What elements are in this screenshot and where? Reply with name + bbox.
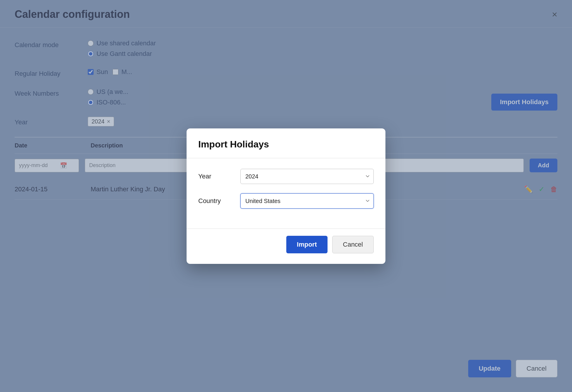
import-holidays-modal: Import Holidays Year 2022 2023 2024 2025… xyxy=(187,128,385,264)
modal-country-row: Country United States Canada United King… xyxy=(198,193,374,209)
modal-cancel-button[interactable]: Cancel xyxy=(332,236,374,253)
modal-country-select[interactable]: United States Canada United Kingdom Germ… xyxy=(240,193,374,209)
modal-import-button[interactable]: Import xyxy=(286,236,327,253)
modal-overlay: Import Holidays Year 2022 2023 2024 2025… xyxy=(0,0,572,392)
modal-header: Import Holidays xyxy=(187,128,385,158)
modal-country-label: Country xyxy=(198,197,233,205)
modal-body: Year 2022 2023 2024 2025 2026 Country Un… xyxy=(187,158,385,228)
modal-title: Import Holidays xyxy=(198,139,374,150)
modal-year-row: Year 2022 2023 2024 2025 2026 xyxy=(198,169,374,184)
modal-year-select[interactable]: 2022 2023 2024 2025 2026 xyxy=(240,169,374,184)
modal-year-label: Year xyxy=(198,173,233,180)
modal-footer: Import Cancel xyxy=(187,228,385,264)
